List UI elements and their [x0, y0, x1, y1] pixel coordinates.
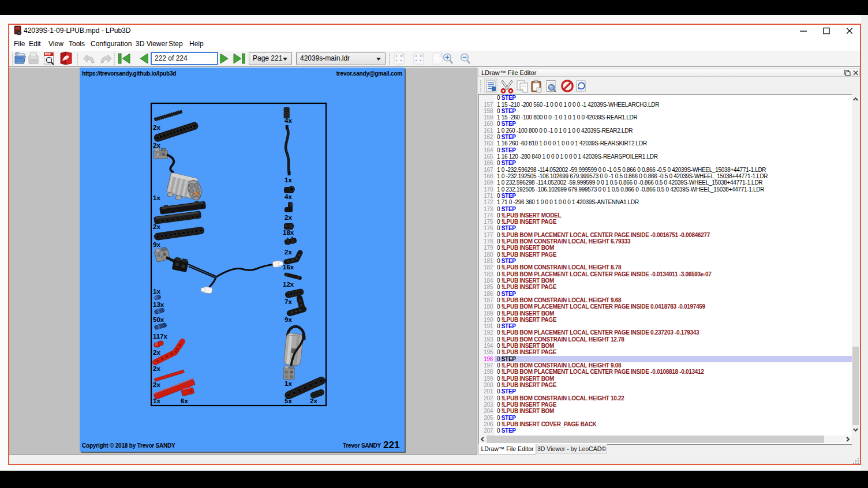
svg-text:PDF: PDF — [45, 53, 51, 56]
